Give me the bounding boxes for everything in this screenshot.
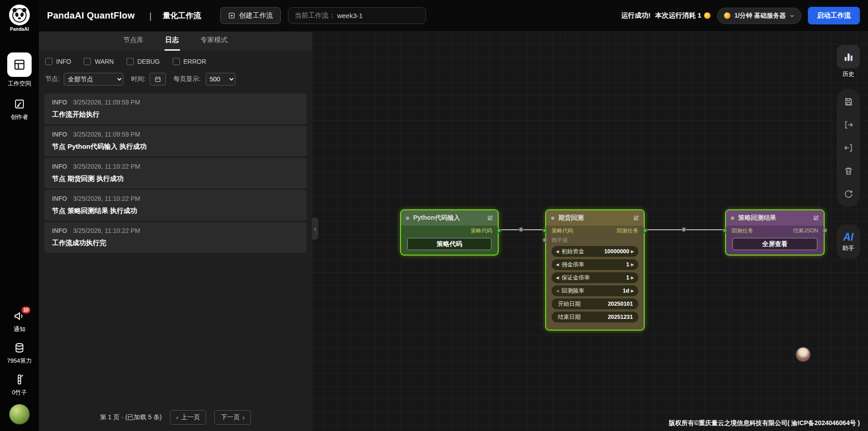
output-port-label: 回测任务 bbox=[617, 227, 638, 235]
input-port[interactable] bbox=[722, 228, 727, 233]
edit-node-icon[interactable] bbox=[633, 215, 639, 221]
coin-icon bbox=[704, 12, 711, 19]
filter-error-checkbox[interactable]: ERROR bbox=[173, 58, 207, 65]
node-header[interactable]: 策略回测结果 bbox=[726, 210, 824, 226]
node-futures-backtest[interactable]: 期货回测 策略代码 回测任务 因子值 ◀ 初始资金 10000000 ▶ bbox=[545, 209, 645, 331]
stepper-left-icon[interactable]: ◀ bbox=[554, 249, 561, 254]
log-level: INFO bbox=[52, 195, 67, 202]
output-port[interactable] bbox=[496, 228, 501, 233]
time-filter-label: 时间: bbox=[131, 75, 146, 83]
refresh-icon[interactable] bbox=[843, 189, 854, 199]
port-row: 策略代码 bbox=[401, 226, 498, 236]
delete-icon[interactable] bbox=[843, 166, 854, 176]
field-end-date: 结束日期 20251231 bbox=[552, 312, 638, 322]
strategy-code-button[interactable]: 策略代码 bbox=[407, 238, 491, 250]
log-message: 节点 策略回测结果 执行成功 bbox=[52, 207, 299, 215]
stepper-left-icon[interactable]: ◀ bbox=[554, 262, 561, 267]
panda-logo-icon bbox=[9, 5, 30, 25]
start-workflow-button[interactable]: 启动工作流 bbox=[808, 7, 860, 24]
next-page-button[interactable]: 下一页 › bbox=[214, 410, 251, 425]
edit-node-icon[interactable] bbox=[487, 215, 493, 221]
stepper-right-icon[interactable]: ▶ bbox=[629, 249, 636, 254]
tab-node-library[interactable]: 节点库 bbox=[123, 36, 145, 51]
canvas-toolbar bbox=[837, 89, 860, 207]
creator-icon bbox=[13, 98, 26, 110]
user-avatar[interactable] bbox=[9, 404, 30, 425]
sidebar-item-compute[interactable]: 7954算力 bbox=[7, 341, 32, 365]
node-strategy-backtest-result[interactable]: 策略回测结果 回测任务 结果JSON 全屏查看 bbox=[725, 209, 825, 256]
import-icon[interactable] bbox=[843, 142, 854, 153]
workflow-label: 当前工作流： bbox=[295, 11, 335, 20]
stepper-left-icon[interactable]: ◀ bbox=[554, 289, 561, 293]
node-filter-select[interactable]: 全部节点 bbox=[64, 73, 123, 85]
current-workflow-input[interactable]: 当前工作流： week3-1 bbox=[288, 7, 426, 24]
workflow-canvas[interactable]: Python代码输入 策略代码 策略代码 期货回测 策略代码 bbox=[312, 32, 868, 431]
page-size-select[interactable]: 500 bbox=[206, 73, 236, 85]
log-message: 工作流成功执行完 bbox=[52, 239, 299, 247]
stepper-left-icon[interactable]: ◀ bbox=[554, 275, 561, 280]
history-label: 历史 bbox=[837, 70, 860, 78]
ai-assistant-button[interactable]: AI 助手 bbox=[837, 224, 860, 259]
assistant-avatar[interactable] bbox=[796, 347, 811, 362]
log-level: INFO bbox=[52, 227, 67, 234]
node-status-dot bbox=[731, 216, 735, 220]
log-entry: INFO 3/25/2026, 11:09:59 PM 节点 Python代码输… bbox=[44, 126, 307, 156]
filter-debug-checkbox[interactable]: DEBUG bbox=[127, 58, 160, 65]
coin-icon bbox=[724, 12, 731, 19]
prev-page-button[interactable]: ‹ 上一页 bbox=[170, 410, 207, 425]
tab-expert-mode[interactable]: 专家模式 bbox=[200, 36, 229, 51]
export-icon[interactable] bbox=[843, 119, 854, 130]
sidebar-item-creator[interactable]: 创作者 bbox=[11, 98, 28, 121]
node-header[interactable]: 期货回测 bbox=[546, 210, 644, 226]
sidebar-item-workspace[interactable]: 工作空间 bbox=[7, 52, 32, 88]
log-timestamp: 3/25/2026, 11:09:59 PM bbox=[73, 99, 140, 106]
output-port[interactable] bbox=[822, 228, 827, 233]
log-message: 节点 Python代码输入 执行成功 bbox=[52, 142, 299, 151]
workspace-icon bbox=[7, 52, 32, 77]
output-port-label: 结果JSON bbox=[793, 227, 818, 235]
input-port[interactable] bbox=[542, 237, 547, 242]
log-entry: INFO 3/25/2026, 11:09:59 PM 工作流开始执行 bbox=[44, 94, 307, 124]
stepper-right-icon[interactable]: ▶ bbox=[629, 289, 636, 293]
filter-info-checkbox[interactable]: INFO bbox=[45, 58, 71, 65]
node-python-code-input[interactable]: Python代码输入 策略代码 策略代码 bbox=[400, 209, 499, 256]
stepper-right-icon[interactable]: ▶ bbox=[629, 275, 636, 280]
wire-node1-node2 bbox=[499, 229, 545, 230]
port-row: 回测任务 结果JSON bbox=[726, 226, 824, 236]
log-message: 节点 期货回测 执行成功 bbox=[52, 175, 299, 183]
app-logo[interactable]: PandaAI bbox=[9, 5, 30, 32]
node-status-dot bbox=[551, 216, 555, 220]
log-filters: INFO WARN DEBUG ERROR 节点: 全部节点 时间: bbox=[39, 51, 312, 85]
workflow-name: week3-1 bbox=[337, 12, 363, 19]
log-message: 工作流开始执行 bbox=[52, 110, 299, 119]
panel-collapse-handle[interactable]: ‹ bbox=[312, 218, 318, 240]
sidebar-item-bamboo[interactable]: 0竹子 bbox=[12, 373, 27, 397]
plus-square-icon bbox=[228, 12, 236, 19]
node-title: Python代码输入 bbox=[413, 214, 483, 222]
panel-tabs: 节点库 日志 专家模式 bbox=[39, 32, 312, 51]
run-status-text: 运行成功! bbox=[621, 11, 651, 20]
save-icon[interactable] bbox=[843, 96, 854, 107]
node-header[interactable]: Python代码输入 bbox=[401, 210, 498, 226]
log-level: INFO bbox=[52, 131, 67, 138]
log-timestamp: 3/25/2026, 11:10:22 PM bbox=[73, 163, 140, 170]
input-port-label: 因子值 bbox=[552, 237, 568, 244]
input-port-label: 策略代码 bbox=[552, 227, 573, 235]
filter-warn-checkbox[interactable]: WARN bbox=[84, 58, 113, 65]
field-backtest-frequency: ◀ 回测频率 1d ▶ bbox=[552, 285, 638, 296]
create-workflow-button[interactable]: 创建工作流 bbox=[220, 7, 281, 24]
sidebar-item-notifications[interactable]: 10 通知 bbox=[13, 310, 26, 333]
tab-logs[interactable]: 日志 bbox=[165, 36, 180, 51]
fullscreen-view-button[interactable]: 全屏查看 bbox=[732, 238, 817, 250]
time-filter-button[interactable] bbox=[150, 73, 166, 85]
stepper-right-icon[interactable]: ▶ bbox=[629, 262, 636, 267]
input-port[interactable] bbox=[542, 228, 547, 233]
server-select[interactable]: 1/分钟 基础服务器 bbox=[717, 8, 802, 24]
checkbox-icon bbox=[84, 58, 91, 65]
output-port[interactable] bbox=[642, 228, 647, 233]
edit-node-icon[interactable] bbox=[813, 215, 819, 221]
log-entry: INFO 3/25/2026, 11:10:22 PM 节点 期货回测 执行成功 bbox=[44, 158, 307, 189]
run-cost-text: 本次运行消耗 1 bbox=[655, 11, 702, 20]
node-title: 策略回测结果 bbox=[738, 214, 809, 222]
history-button[interactable] bbox=[837, 45, 860, 68]
